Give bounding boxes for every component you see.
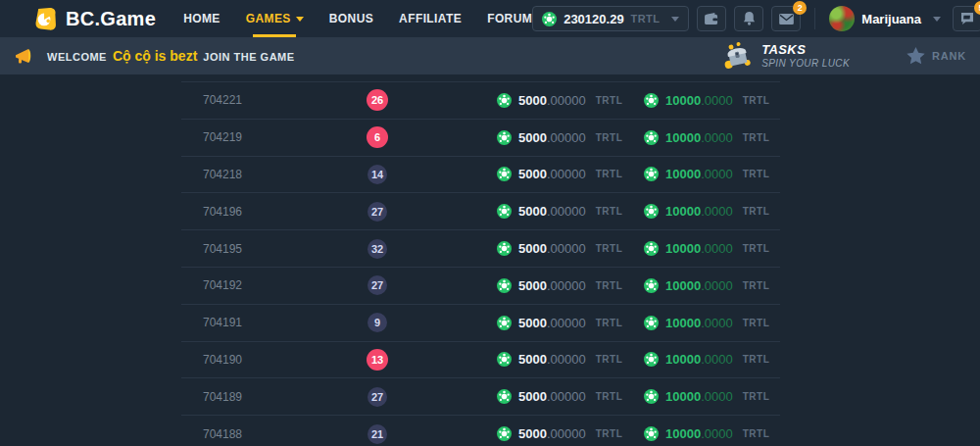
rank-widget[interactable]: RANK (906, 47, 966, 65)
welcome-message: WELCOME Cộ cộ is bezt JOIN THE GAME (15, 48, 295, 65)
chevron-down-icon (296, 17, 304, 22)
trtl-coin-icon (644, 389, 659, 404)
trtl-coin-icon (542, 12, 557, 26)
win-amount-int: 10000 (665, 316, 701, 330)
user-menu[interactable]: Marijuana (829, 6, 941, 31)
bet-amount-dec: .00000 (547, 241, 586, 256)
top-header: BC.Game HOME GAMES BONUS AFFILIATE FORUM… (0, 0, 980, 37)
tasks-widget[interactable]: TASKS SPIN YOUR LUCK (721, 41, 850, 71)
bet-amount: 5000 .00000 TRTL (497, 241, 644, 256)
welcome-suffix: JOIN THE GAME (203, 51, 294, 63)
brand-logo[interactable]: BC.Game (33, 7, 156, 31)
win-amount: 10000 .0000 TRTL (644, 426, 780, 441)
result-badge: 6 (367, 126, 388, 148)
bet-amount-int: 5000 (518, 241, 547, 256)
win-amount-int: 10000 (665, 93, 701, 108)
bet-currency: TRTL (596, 318, 623, 328)
star-icon (906, 47, 925, 65)
trtl-coin-icon (497, 130, 512, 145)
bet-currency: TRTL (596, 169, 623, 179)
bet-currency: TRTL (596, 132, 623, 143)
bet-row[interactable]: 704196 27 5000 .00000 TRTL (181, 192, 780, 229)
bet-amount-int: 5000 (518, 316, 547, 330)
win-amount-dec: .0000 (701, 241, 733, 256)
trtl-coin-icon (644, 241, 659, 256)
welcome-banner: WELCOME Cộ cộ is bezt JOIN THE GAME (0, 37, 980, 74)
bet-row[interactable]: 704195 32 5000 .00000 TRTL (181, 229, 780, 267)
result-badge: 27 (368, 387, 387, 407)
bet-amount: 5000 .00000 TRTL (497, 426, 644, 441)
bet-currency: TRTL (596, 280, 623, 291)
trtl-coin-icon (644, 93, 659, 108)
win-amount-dec: .0000 (701, 204, 733, 219)
bet-id: 704219 (181, 130, 348, 144)
win-amount-dec: .0000 (701, 278, 733, 293)
result-badge: 21 (368, 424, 387, 444)
bet-amount: 5000 .00000 TRTL (497, 93, 644, 108)
trtl-coin-icon (644, 278, 659, 293)
bet-amount-dec: .00000 (547, 278, 586, 293)
bet-row[interactable]: 704218 14 5000 .00000 TRTL (181, 156, 780, 193)
nav-item-games[interactable]: GAMES (246, 0, 304, 37)
bet-currency: TRTL (596, 206, 623, 217)
bet-currency: TRTL (596, 95, 623, 106)
nav-item-affiliate[interactable]: AFFILIATE (399, 0, 462, 37)
bet-id: 704190 (181, 353, 348, 367)
bet-amount: 5000 .00000 TRTL (497, 130, 644, 145)
result-badge: 27 (368, 202, 387, 222)
win-amount-int: 10000 (665, 241, 701, 256)
win-amount: 10000 .0000 TRTL (644, 130, 780, 145)
bet-id: 704189 (181, 390, 348, 404)
welcome-username: Cộ cộ is bezt (113, 48, 197, 64)
divider (814, 8, 815, 29)
bet-row[interactable]: 704189 27 5000 .00000 TRTL (181, 377, 780, 415)
bet-row[interactable]: 704221 26 5000 .00000 TRTL (181, 81, 780, 119)
bet-id: 704195 (181, 242, 348, 256)
bet-row[interactable]: 704188 21 5000 .00000 TRTL (181, 415, 780, 446)
trtl-coin-icon (497, 389, 512, 404)
bet-row[interactable]: 704192 27 5000 .00000 TRTL (181, 267, 780, 304)
balance-selector[interactable]: 230120.29 TRTL (532, 6, 689, 31)
wallet-button[interactable] (697, 6, 726, 31)
username: Marijuana (861, 12, 921, 26)
win-amount-int: 10000 (665, 278, 701, 293)
notifications-button[interactable] (734, 6, 763, 31)
megaphone-icon (15, 48, 34, 65)
nav-item-forum[interactable]: FORUM (487, 0, 532, 37)
bet-amount-dec: .00000 (547, 316, 586, 330)
nav-item-bonus[interactable]: BONUS (329, 0, 373, 37)
bet-amount: 5000 .00000 TRTL (497, 204, 644, 219)
trtl-coin-icon (497, 426, 512, 441)
win-currency: TRTL (743, 95, 770, 106)
bet-amount-dec: .00000 (547, 204, 586, 219)
brand-name: BC.Game (66, 8, 156, 30)
bet-row[interactable]: 704219 6 5000 .00000 TRTL 1 (181, 119, 780, 156)
bet-amount-dec: .00000 (547, 352, 586, 367)
bet-amount-int: 5000 (518, 93, 547, 108)
win-amount: 10000 .0000 TRTL (644, 316, 780, 330)
balance-currency: TRTL (631, 13, 661, 25)
bet-amount-int: 5000 (518, 204, 547, 219)
mail-button[interactable]: 2 (771, 6, 801, 31)
bet-row[interactable]: 704190 13 5000 .00000 TRTL (181, 341, 780, 378)
welcome-prefix: WELCOME (47, 51, 107, 63)
win-currency: TRTL (743, 391, 770, 402)
win-amount: 10000 .0000 TRTL (644, 93, 780, 108)
chat-button[interactable]: 5 (953, 6, 980, 31)
bet-amount-dec: .00000 (547, 93, 586, 108)
bet-amount-int: 5000 (518, 130, 547, 145)
nav-item-home[interactable]: HOME (183, 0, 220, 37)
win-amount-int: 10000 (665, 389, 701, 404)
trtl-coin-icon (644, 130, 659, 145)
trtl-coin-icon (644, 167, 659, 181)
tasks-title: TASKS (761, 43, 850, 58)
bet-row[interactable]: 704191 9 5000 .00000 TRTL 1 (181, 304, 780, 341)
win-currency: TRTL (743, 428, 770, 439)
win-amount-dec: .0000 (701, 93, 733, 108)
wallet-icon (705, 13, 719, 25)
bet-id: 704188 (181, 427, 348, 441)
bell-icon (743, 12, 756, 25)
win-currency: TRTL (743, 169, 770, 179)
chevron-down-icon (933, 17, 941, 22)
bets-table: 704221 26 5000 .00000 TRTL (181, 81, 780, 446)
